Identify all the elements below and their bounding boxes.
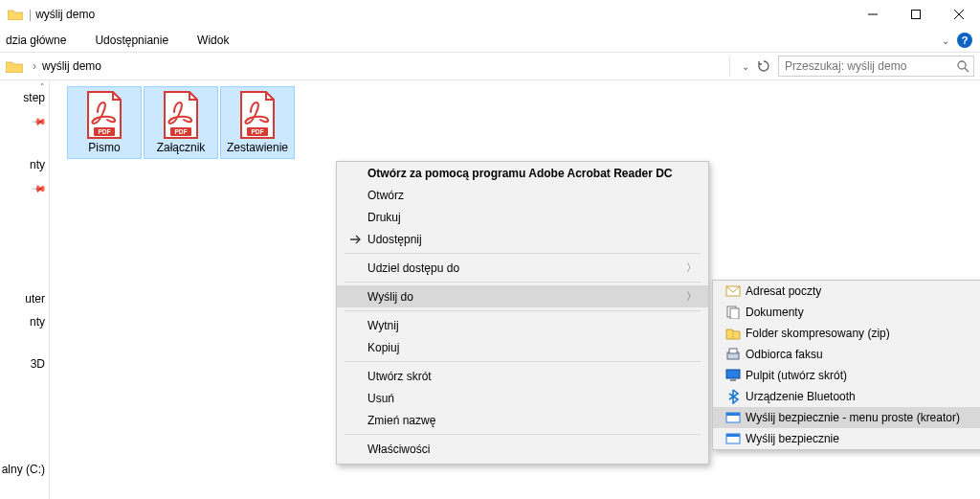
ctx-rename[interactable]: Zmień nazwę [337,409,708,431]
mail-icon [723,284,744,298]
search-box[interactable] [778,56,974,77]
ctx-properties[interactable]: Właściwości [337,438,708,460]
sidebar-item[interactable]: step [0,86,49,109]
context-menu: Otwórz za pomocą programu Adobe Acrobat … [336,161,709,465]
pin-icon: 📌 [32,180,47,195]
file-item[interactable]: PDF Zestawienie [220,86,295,159]
ctx-copy[interactable]: Kopiuj [337,336,708,358]
pdf-icon: PDF [161,91,201,139]
sendto-zip[interactable]: Folder skompresowany (zip) [713,323,980,344]
sidebar-item[interactable]: alny (C:) [0,458,49,481]
ctx-share[interactable]: Udostępnij [337,228,708,250]
ctx-grant-access[interactable]: Udziel dostępu do〉 [337,257,708,279]
sidebar-item[interactable]: 📌 [0,109,49,132]
ctx-print[interactable]: Drukuj [337,206,708,228]
secure-send-icon [723,411,744,424]
svg-text:PDF: PDF [175,128,188,135]
ctx-create-shortcut[interactable]: Utwórz skrót [337,365,708,387]
help-icon[interactable]: ? [957,33,972,48]
bluetooth-icon [723,389,744,404]
window-title: wyślij demo [35,8,851,21]
search-input[interactable] [783,57,956,75]
ctx-open[interactable]: Otwórz [337,184,708,206]
tab-share[interactable]: Udostępnianie [91,32,172,49]
svg-rect-13 [726,370,740,378]
svg-text:PDF: PDF [252,128,264,135]
pdf-icon: PDF [237,91,278,139]
chevron-right-icon: 〉 [686,289,697,304]
svg-rect-18 [726,434,740,437]
ribbon-tabs: dzia główne Udostępnianie Widok ⌄ ? [0,29,980,52]
svg-rect-10 [730,308,739,319]
maximize-button[interactable] [894,0,937,29]
fax-icon [723,348,744,361]
file-label: Zestawienie [227,141,288,154]
sidebar-item[interactable]: 📌 [0,176,49,199]
window-folder-icon [8,9,23,20]
file-item[interactable]: PDF Pismo [67,86,142,159]
sidebar-item[interactable]: uter [0,287,49,310]
window-controls [851,0,980,29]
svg-rect-14 [730,379,736,381]
file-item[interactable]: PDF Załącznik [144,86,218,159]
secure-send-icon [723,432,744,445]
svg-point-1 [958,61,966,69]
sidebar-item[interactable]: 3D [0,352,49,375]
sendto-fax[interactable]: Odbiorca faksu [713,344,980,365]
file-label: Pismo [88,141,120,154]
sidebar: ˄ step 📌 nty 📌 uter nty 3D alny (C:) [0,80,50,499]
close-button[interactable] [937,0,980,29]
desktop-icon [723,369,744,382]
svg-text:PDF: PDF [99,128,111,135]
pdf-icon: PDF [84,91,124,139]
sidebar-item[interactable]: nty [0,153,49,176]
tab-main[interactable]: dzia główne [2,32,70,49]
documents-icon [723,306,744,319]
svg-rect-0 [911,11,920,19]
address-path[interactable]: wyślij demo [27,56,730,77]
search-icon[interactable] [956,59,969,73]
ctx-delete[interactable]: Usuń [337,387,708,409]
refresh-icon[interactable] [757,59,770,73]
addressbar: wyślij demo ⌄ [0,52,980,80]
sendto-secure[interactable]: Wyślij bezpiecznie [713,428,980,449]
zip-icon [723,327,744,340]
ctx-cut[interactable]: Wytnij [337,314,708,336]
file-list: PDF Pismo PDF Załącznik PDF Zestawienie [50,80,980,165]
tab-view[interactable]: Widok [193,32,233,49]
ctx-send-to[interactable]: Wyślij do〉 [337,285,708,307]
sendto-submenu: Adresat poczty Dokumenty Folder skompres… [712,280,980,450]
sendto-mail[interactable]: Adresat poczty [713,281,980,302]
sendto-secure-wizard[interactable]: Wyślij bezpiecznie - menu proste (kreato… [713,407,980,428]
ribbon-collapse-icon[interactable]: ⌄ [942,35,949,46]
chevron-right-icon: 〉 [686,261,697,275]
sidebar-item[interactable]: nty [0,310,49,333]
pin-icon: 📌 [32,113,47,128]
share-icon [346,233,366,246]
svg-rect-16 [726,413,740,416]
ctx-open-with[interactable]: Otwórz za pomocą programu Adobe Acrobat … [337,162,708,184]
sendto-bluetooth[interactable]: Urządzenie Bluetooth [713,386,980,407]
titlebar: | wyślij demo [0,0,980,29]
file-area[interactable]: PDF Pismo PDF Załącznik PDF Zestawienie … [50,80,980,499]
addr-dropdown-icon[interactable]: ⌄ [738,59,753,74]
address-path-text: wyślij demo [42,59,101,73]
file-label: Załącznik [157,141,206,154]
svg-rect-12 [729,349,737,353]
sendto-desktop[interactable]: Pulpit (utwórz skrót) [713,365,980,386]
addr-folder-icon [6,59,23,73]
sendto-documents[interactable]: Dokumenty [713,302,980,323]
minimize-button[interactable] [851,0,894,29]
